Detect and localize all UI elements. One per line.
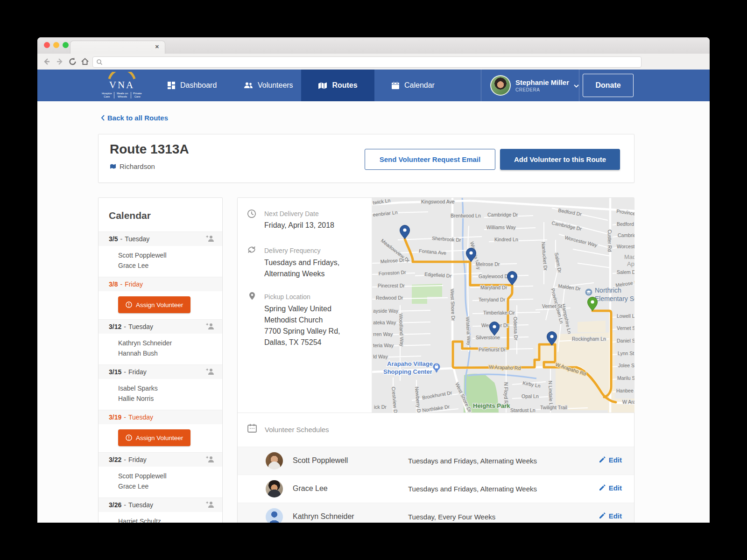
home-icon[interactable]	[80, 57, 90, 66]
assign-volunteer-button[interactable]: Assign Volunteer	[118, 429, 190, 446]
volunteer-name: Isabel Sparks	[118, 383, 222, 393]
nav-item-routes[interactable]: Routes	[301, 70, 374, 101]
detail-label: Pickup Location	[264, 293, 310, 301]
browser-tab[interactable]: ✕	[70, 41, 165, 54]
browser-titlebar: ✕	[37, 37, 710, 54]
volunteer-name: Hannah Bush	[118, 348, 222, 358]
svg-text:Kindred Ln: Kindred Ln	[494, 237, 518, 242]
calendar-date-header: 3/26-Tuesday	[99, 497, 222, 512]
svg-text:Salem Dr: Salem Dr	[617, 269, 634, 275]
back-link-label: Back to all Routes	[107, 114, 168, 122]
school-poi-icon[interactable]	[585, 289, 592, 296]
edit-schedule-link[interactable]: Edit	[599, 484, 622, 492]
volunteer-name: Kathryn Schneider	[293, 512, 354, 521]
donate-button[interactable]: Donate	[583, 74, 634, 97]
vna-logo[interactable]: VNA Hospice CareMeals on WheelsPrivate C…	[102, 72, 142, 98]
nav-divider	[579, 70, 579, 101]
calendar-entry: 3/12-Tuesday Kathryn Schneider Hannah Bu…	[99, 319, 222, 364]
calendar-title: Calendar	[99, 198, 222, 231]
nav-item-calendar[interactable]: Calendar	[391, 70, 435, 101]
svg-text:Bedford Dr: Bedford Dr	[617, 221, 634, 227]
detail-label: Next Delivery Date	[264, 210, 319, 217]
svg-text:ld Way: ld Way	[373, 354, 388, 359]
svg-text:Williams Way: Williams Way	[486, 224, 516, 230]
minimize-window-button[interactable]	[53, 42, 59, 48]
back-icon[interactable]	[42, 57, 51, 66]
assign-volunteer-button[interactable]: Assign Volunteer	[118, 296, 190, 313]
route-detail-card: Next Delivery Date Friday, April 13, 201…	[237, 197, 634, 523]
chevron-left-icon	[101, 115, 105, 121]
svg-text:Arapaho Village: Arapaho Village	[387, 360, 433, 367]
svg-text:Pinehurst Dr: Pinehurst Dr	[479, 347, 506, 352]
svg-text:Twilight Trail: Twilight Trail	[540, 405, 567, 410]
chevron-down-icon	[574, 81, 579, 90]
svg-text:Stardust Ln: Stardust Ln	[510, 407, 536, 413]
svg-text:Lynn St: Lynn St	[618, 350, 634, 356]
tab-close-icon[interactable]: ✕	[155, 44, 159, 49]
reload-icon[interactable]	[68, 57, 78, 66]
nav-label: Routes	[332, 81, 357, 90]
calendar-date-header: 3/12-Tuesday	[99, 319, 222, 334]
calendar-entry: 3/22-Friday Scott Popplewell Grace Lee	[99, 452, 222, 497]
svg-text:Lowell Ln: Lowell Ln	[617, 313, 634, 319]
person-add-icon[interactable]	[205, 322, 215, 331]
svg-text:Melrose Dr: Melrose Dr	[476, 261, 500, 267]
route-map[interactable]: twick Lneenbriar LnKingswood AveBrentwoo…	[372, 198, 634, 413]
svg-text:West Shore Dr: West Shore Dr	[450, 289, 456, 322]
svg-text:Vernet St: Vernet St	[542, 303, 562, 309]
volunteer-name: Scott Popplewell	[293, 456, 348, 465]
svg-text:Odessa Dr: Odessa Dr	[513, 317, 519, 341]
avatar	[490, 75, 511, 96]
main-nav: VNA Hospice CareMeals on WheelsPrivate C…	[37, 70, 710, 101]
avatar	[266, 452, 283, 469]
send-volunteer-request-button[interactable]: Send Volunteer Request Email	[365, 149, 495, 170]
svg-text:Cambridge Dr: Cambridge Dr	[487, 212, 518, 217]
calendar-entry: 3/8-Friday Assign Volunteer	[99, 277, 222, 319]
svg-text:Kingswood Ave: Kingswood Ave	[421, 199, 455, 204]
pencil-icon	[599, 512, 606, 519]
edit-schedule-link[interactable]: Edit	[599, 456, 622, 464]
calendar-panel: Calendar 3/5-Tuesday Scott Popplewell Gr…	[98, 197, 223, 523]
routes-icon	[318, 82, 327, 90]
edit-schedule-link[interactable]: Edit	[599, 512, 622, 520]
volunteer-schedule: Tuesdays and Fridays, Alternating Weeks	[408, 457, 537, 465]
person-add-icon[interactable]	[205, 455, 215, 464]
user-menu[interactable]: Stephanie Miller CREDERA	[490, 70, 579, 101]
svg-text:Rockingham Ln: Rockingham Ln	[572, 336, 606, 342]
user-org: CREDERA	[515, 87, 569, 92]
delivery-frequency-line: Alternating Weeks	[264, 270, 325, 278]
url-bar[interactable]	[92, 56, 641, 68]
svg-text:Hanbee St: Hanbee St	[616, 388, 634, 393]
svg-text:Madis: Madis	[624, 253, 634, 260]
svg-text:W Arapaho Rd: W Arapaho Rd	[489, 364, 521, 371]
nav-label: Dashboard	[180, 81, 217, 90]
svg-text:Pinecrest Dr: Pinecrest Dr	[378, 283, 405, 288]
back-to-routes-link[interactable]: Back to all Routes	[101, 114, 168, 122]
person-add-icon[interactable]	[205, 368, 215, 377]
person-add-icon[interactable]	[205, 501, 215, 510]
zoom-window-button[interactable]	[63, 42, 69, 48]
volunteer-name: Hallie Norris	[118, 393, 222, 404]
add-volunteer-button[interactable]: Add Volunteer to this Route	[500, 149, 620, 170]
forward-icon[interactable]	[55, 57, 64, 66]
svg-text:Heights Park: Heights Park	[473, 402, 510, 409]
pin-icon	[248, 292, 256, 302]
svg-text:ayside Way: ayside Way	[373, 308, 399, 314]
svg-text:Redwood Dr: Redwood Dr	[376, 295, 403, 301]
svg-text:Brentwood Ln: Brentwood Ln	[451, 213, 481, 218]
calendar-date-header: 3/15-Friday	[99, 364, 222, 379]
pickup-location-line: Dallas, TX 75254	[264, 338, 321, 347]
volunteer-name: Harriet Schultz	[118, 516, 222, 523]
avatar-placeholder	[266, 508, 283, 523]
person-add-icon[interactable]	[205, 235, 215, 244]
logo-word: VNA	[102, 79, 142, 91]
close-window-button[interactable]	[44, 42, 50, 48]
svg-text:teria Way: teria Way	[373, 343, 394, 348]
calendar-date-header: 3/19-Tuesday	[99, 410, 222, 424]
nav-item-volunteers[interactable]: Volunteers	[244, 70, 293, 101]
nav-item-dashboard[interactable]: Dashboard	[167, 70, 217, 101]
calendar-icon	[391, 81, 400, 90]
avatar	[266, 480, 283, 497]
pencil-icon	[599, 456, 606, 463]
svg-text:Custer Rd: Custer Rd	[607, 230, 613, 252]
